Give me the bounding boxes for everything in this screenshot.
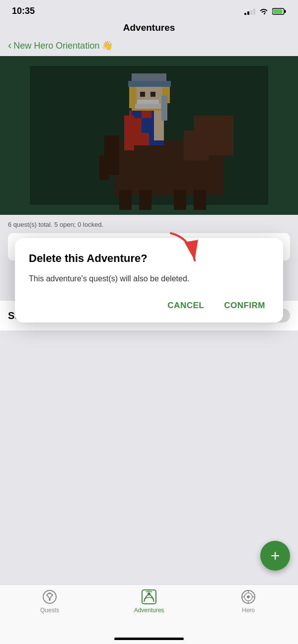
- tab-quests[interactable]: Quests: [0, 589, 99, 614]
- adventure-title: New Hero Orientation 👋: [13, 40, 113, 51]
- add-fab-button[interactable]: +: [260, 541, 290, 571]
- quests-tab-icon: [42, 589, 58, 605]
- svg-point-36: [43, 590, 56, 603]
- page-title: Adventures: [0, 22, 298, 33]
- wifi-icon: [259, 8, 268, 15]
- tab-hero[interactable]: Hero: [199, 589, 298, 614]
- svg-point-37: [49, 599, 51, 601]
- signal-icon: [244, 8, 255, 15]
- quest-summary: 6 quest(s) total. 5 open; 0 locked.: [8, 221, 290, 228]
- tab-indicator: [114, 638, 184, 640]
- tab-quests-label: Quests: [40, 607, 59, 614]
- dialog-buttons: CANCEL CONFIRM: [29, 299, 269, 313]
- tab-adventures[interactable]: Adventures: [99, 589, 199, 614]
- delete-dialog: Delete this Adventure? This adventure's …: [15, 238, 283, 322]
- overlay-dim: [0, 56, 298, 215]
- svg-point-42: [247, 595, 250, 598]
- tab-adventures-label: Adventures: [134, 607, 164, 614]
- back-button[interactable]: ‹: [8, 40, 11, 51]
- adventures-tab-icon: [141, 589, 157, 605]
- svg-rect-1: [285, 10, 286, 13]
- add-icon: +: [271, 548, 280, 564]
- svg-point-39: [148, 592, 150, 595]
- hero-tab-icon: [240, 589, 256, 605]
- cancel-button[interactable]: CANCEL: [163, 299, 208, 313]
- confirm-button[interactable]: CONFIRM: [220, 299, 269, 313]
- tab-bar: Quests Adventures Hero: [0, 584, 298, 644]
- status-icons: [244, 8, 286, 15]
- status-time: 10:35: [12, 6, 35, 16]
- dialog-body: This adventure's quest(s) will also be d…: [29, 273, 269, 285]
- status-bar: 10:35: [0, 0, 298, 20]
- back-row: ‹ New Hero Orientation 👋: [0, 37, 298, 56]
- battery-icon: [272, 8, 286, 15]
- nav-bar: Adventures: [0, 20, 298, 37]
- svg-rect-2: [273, 9, 283, 13]
- dialog-title: Delete this Adventure?: [29, 252, 269, 265]
- tab-hero-label: Hero: [242, 607, 255, 614]
- hero-image: [0, 56, 298, 215]
